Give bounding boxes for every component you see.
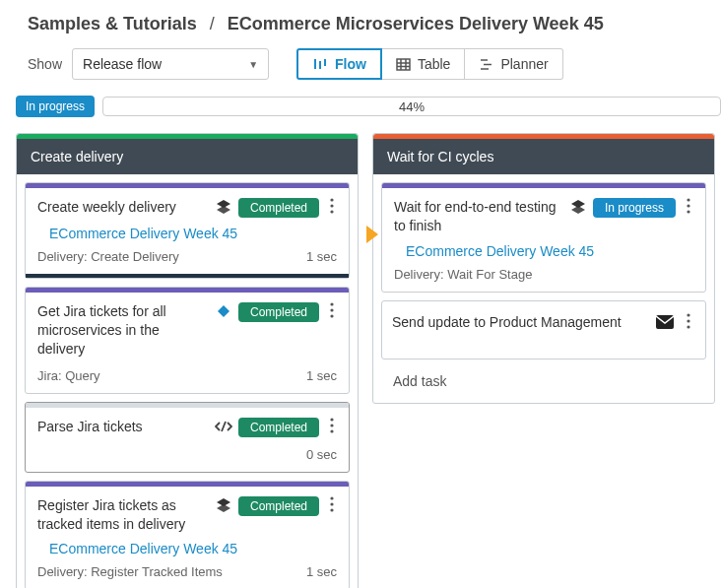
svg-marker-25 [217, 504, 230, 512]
caret-down-icon: ▼ [248, 59, 258, 70]
svg-point-36 [687, 319, 689, 322]
view-flow-label: Flow [335, 56, 366, 72]
progress-row: In progress 44% [0, 90, 721, 123]
progress-bar: 44% [102, 97, 721, 116]
more-icon[interactable] [682, 313, 695, 329]
task-title: Create weekly delivery [37, 198, 209, 217]
task-card-simple[interactable]: Send update to Product Management [381, 300, 706, 359]
task-footer-left: Jira: Query [37, 368, 100, 383]
more-icon[interactable] [325, 198, 339, 214]
jira-icon [215, 302, 232, 320]
breadcrumb-parent[interactable]: Samples & Tutorials [28, 14, 197, 33]
view-flow-button[interactable]: Flow [296, 48, 382, 80]
svg-point-19 [330, 314, 333, 317]
svg-point-37 [687, 325, 689, 328]
task-link[interactable]: ECommerce Delivery Week 45 [382, 239, 705, 261]
svg-point-23 [330, 429, 333, 432]
svg-point-13 [330, 198, 333, 201]
svg-point-22 [330, 424, 333, 426]
stack-icon [569, 198, 587, 216]
task-card[interactable]: Wait for end-to-end testing to finish In… [381, 182, 706, 293]
svg-point-18 [330, 308, 333, 311]
task-title: Register Jira tickets as tracked items i… [37, 496, 209, 534]
column-wait-ci: Wait for CI cycles Wait for end-to-end t… [372, 133, 715, 404]
table-icon [396, 57, 411, 72]
task-footer-left: Delivery: Register Tracked Items [37, 564, 223, 579]
status-badge: Completed [238, 198, 319, 218]
svg-rect-3 [397, 59, 410, 70]
column-header[interactable]: Create delivery [17, 139, 358, 174]
svg-point-31 [687, 198, 689, 201]
mail-icon [656, 313, 674, 331]
column-body: Create weekly delivery Completed ECommer… [17, 174, 358, 588]
task-title: Parse Jira tickets [37, 418, 209, 436]
column-create-delivery: Create delivery Create weekly delivery C… [16, 133, 359, 588]
breadcrumb: Samples & Tutorials / ECommerce Microser… [0, 0, 721, 44]
svg-point-32 [687, 204, 689, 207]
status-badge: Completed [238, 302, 319, 322]
task-title: Get Jira tickets for all microservices i… [37, 302, 209, 359]
play-marker-icon [366, 226, 378, 243]
task-title: Wait for end-to-end testing to finish [394, 198, 563, 235]
planner-icon [479, 57, 493, 72]
code-icon [215, 418, 232, 435]
more-icon[interactable] [325, 302, 339, 318]
task-card[interactable]: Register Jira tickets as tracked items i… [25, 481, 350, 588]
svg-point-33 [687, 210, 689, 213]
view-planner-button[interactable]: Planner [465, 48, 562, 80]
task-footer-right: 1 sec [306, 368, 337, 383]
svg-point-27 [330, 502, 333, 505]
task-footer-right: 1 sec [306, 564, 337, 579]
svg-point-17 [330, 302, 333, 305]
columns: Create delivery Create weekly delivery C… [0, 123, 721, 588]
task-card[interactable]: Parse Jira tickets Completed 0 sec [25, 402, 350, 473]
view-toggle: Flow Table Planner [296, 48, 563, 80]
svg-marker-16 [218, 305, 229, 317]
breadcrumb-current: ECommerce Microservices Delivery Week 45 [228, 14, 604, 33]
svg-point-26 [330, 496, 333, 499]
more-icon[interactable] [682, 198, 695, 214]
card-divider [26, 274, 349, 278]
svg-point-15 [330, 210, 333, 213]
show-select[interactable]: Release flow ▼ [72, 48, 269, 80]
svg-line-20 [222, 422, 226, 431]
more-icon[interactable] [325, 496, 339, 512]
task-footer-right: 1 sec [306, 249, 337, 264]
breadcrumb-separator: / [210, 14, 215, 33]
stack-icon [215, 496, 232, 514]
progress-percent: 44% [103, 98, 720, 116]
more-icon[interactable] [325, 418, 339, 433]
task-link[interactable]: ECommerce Delivery Week 45 [26, 537, 349, 558]
task-link[interactable]: ECommerce Delivery Week 45 [26, 222, 349, 243]
status-badge: In progress [593, 198, 676, 218]
view-table-label: Table [418, 56, 450, 72]
task-title: Send update to Product Management [392, 313, 648, 332]
select-value: Release flow [83, 56, 162, 72]
add-task-button[interactable]: Add task [381, 367, 706, 395]
svg-marker-12 [217, 206, 230, 214]
toolbar: Show Release flow ▼ Flow Table [0, 44, 721, 90]
svg-marker-30 [571, 206, 585, 214]
svg-rect-34 [656, 315, 674, 329]
status-badge: In progress [16, 96, 95, 117]
task-footer-left: Delivery: Create Delivery [37, 249, 179, 264]
svg-point-21 [330, 418, 333, 421]
task-card[interactable]: Create weekly delivery Completed ECommer… [25, 182, 350, 279]
view-planner-label: Planner [500, 56, 548, 72]
svg-point-14 [330, 204, 333, 207]
show-label: Show [28, 56, 62, 72]
task-footer-left: Delivery: Wait For Stage [394, 267, 532, 282]
flow-icon [312, 56, 328, 72]
task-card[interactable]: Get Jira tickets for all microservices i… [25, 287, 350, 394]
svg-point-35 [687, 313, 689, 316]
status-badge: Completed [238, 418, 319, 437]
column-header[interactable]: Wait for CI cycles [373, 139, 714, 174]
column-body: Wait for end-to-end testing to finish In… [373, 174, 714, 403]
stack-icon [215, 198, 232, 216]
column-wrap: Wait for CI cycles Wait for end-to-end t… [372, 133, 715, 404]
svg-point-28 [330, 508, 333, 511]
task-footer-right: 0 sec [306, 447, 337, 462]
status-badge: Completed [238, 496, 319, 516]
view-table-button[interactable]: Table [382, 48, 465, 80]
